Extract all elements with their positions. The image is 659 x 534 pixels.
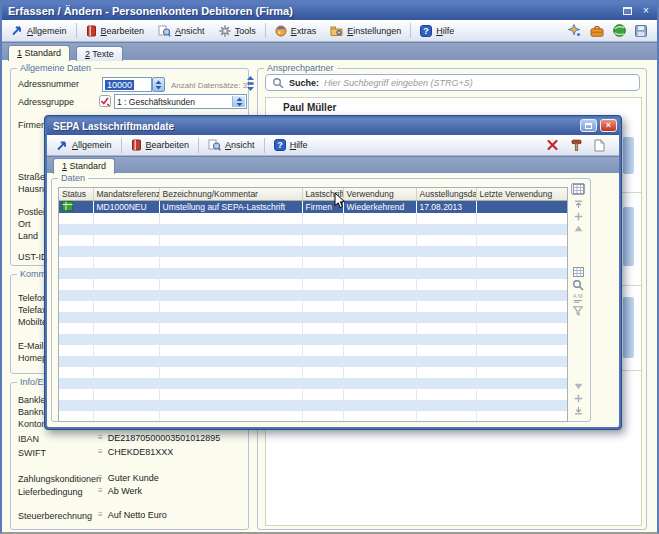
tri-down-icon — [574, 383, 583, 390]
empty-row[interactable] — [59, 400, 567, 411]
zahlungskonditionen-label: Zahlungskonditionen — [18, 474, 101, 484]
adressgruppe-label: Adressgruppe — [18, 97, 74, 107]
modal-menu-allgemein[interactable]: Allgemein — [49, 136, 119, 154]
modal-menu-ansicht[interactable]: Ansicht — [201, 136, 262, 154]
empty-row[interactable] — [59, 411, 567, 422]
empty-row[interactable] — [59, 301, 567, 312]
modal-menu-hilfe[interactable]: ?Hilfe — [267, 136, 315, 154]
menu-extras[interactable]: Extras — [268, 22, 324, 40]
tab-standard[interactable]: 1 Standard — [8, 45, 70, 61]
menu-allgemein[interactable]: Allgemein — [4, 22, 74, 40]
filter-button[interactable] — [571, 305, 585, 317]
group-daten: Daten StatusMandatsreferenzBezeichnung/K… — [51, 178, 591, 422]
globe-icon[interactable] — [613, 24, 626, 37]
tools-icon — [219, 25, 231, 37]
empty-row[interactable] — [59, 235, 567, 246]
list-bullet-icon: ≡ — [98, 511, 103, 519]
column-header[interactable]: Verwendung — [343, 188, 416, 201]
cell-verwendung: Wiederkehrend — [343, 201, 416, 214]
check-icon[interactable] — [99, 95, 111, 107]
move-down-button[interactable] — [571, 392, 585, 404]
empty-row[interactable] — [59, 213, 567, 224]
iban-label: IBAN — [18, 434, 39, 444]
menu-label: Bearbeiten — [101, 26, 145, 36]
splitter-icon[interactable] — [246, 76, 255, 91]
mandate-table: StatusMandatsreferenzBezeichnung/Komment… — [59, 188, 568, 422]
menu-ansicht[interactable]: Ansicht — [151, 22, 212, 40]
wizard-icon[interactable] — [567, 24, 581, 37]
next-row-button[interactable] — [571, 380, 585, 392]
card-accent-bar — [623, 297, 634, 358]
column-header[interactable]: Status — [59, 188, 93, 201]
zoom-button[interactable] — [571, 279, 585, 291]
adressgruppe-spinner[interactable] — [232, 96, 245, 107]
swift-label: SWIFT — [18, 448, 46, 458]
menu-label: Einstellungen — [347, 26, 401, 36]
save-icon[interactable] — [635, 25, 647, 37]
goto-last-button[interactable] — [571, 404, 585, 416]
empty-row[interactable] — [59, 378, 567, 389]
empty-row[interactable] — [59, 389, 567, 400]
column-header[interactable]: Bezeichnung/Kommentar — [159, 188, 302, 201]
adressgruppe-combo[interactable]: 1 : Geschäftskunden — [114, 94, 247, 109]
sort-button[interactable]: AM — [571, 292, 585, 304]
magnifier-icon — [272, 77, 284, 89]
hammer-icon[interactable] — [570, 139, 583, 151]
modal-close-button[interactable]: × — [600, 119, 617, 132]
prev-row-button[interactable] — [571, 222, 585, 234]
empty-row[interactable] — [59, 323, 567, 334]
help-icon: ? — [274, 139, 286, 151]
empty-row[interactable] — [59, 367, 567, 378]
cell-bezeichnung: Umstellung auf SEPA-Lastschrift — [159, 201, 302, 214]
modal-tab-standard[interactable]: 1 Standard — [53, 158, 115, 174]
menu-label: Hilfe — [290, 140, 308, 150]
menu-separator — [76, 23, 77, 38]
empty-row[interactable] — [59, 224, 567, 235]
menu-hilfe[interactable]: ?Hilfe — [413, 22, 461, 40]
search-placeholder: Hier Suchbegriff eingeben (STRG+S) — [324, 78, 473, 88]
briefcase-icon[interactable] — [590, 25, 604, 37]
menu-einstellungen[interactable]: Einstellungen — [323, 22, 408, 40]
minimize-icon — [585, 123, 592, 129]
empty-row[interactable] — [59, 268, 567, 279]
mandate-row[interactable]: MD1000NEUUmstellung auf SEPA-Lastschrift… — [59, 201, 567, 214]
restore-button[interactable] — [620, 5, 634, 17]
menu-bearbeiten[interactable]: Bearbeiten — [79, 22, 152, 40]
card-accent-bar — [623, 137, 634, 174]
modal-menubar: Allgemein Bearbeiten Ansicht ?Hilfe — [47, 135, 619, 156]
column-header[interactable]: Ausstellungsdatum — [416, 188, 476, 201]
menu-tools[interactable]: Tools — [212, 22, 263, 40]
svg-text:M: M — [578, 293, 583, 299]
empty-row[interactable] — [59, 279, 567, 290]
main-tabband: 1 Standard 2 Texte — [2, 42, 657, 60]
empty-row[interactable] — [59, 246, 567, 257]
empty-row[interactable] — [59, 356, 567, 367]
modal-minimize-button[interactable] — [580, 119, 597, 132]
delete-x-icon[interactable] — [546, 139, 559, 151]
menu-label: Tools — [235, 26, 256, 36]
empty-row[interactable] — [59, 312, 567, 323]
group-title: Allgemeine Daten — [17, 63, 94, 73]
move-up-button[interactable] — [571, 210, 585, 222]
column-chooser-button[interactable] — [571, 183, 585, 195]
grid-view-button[interactable] — [571, 266, 585, 278]
new-doc-icon[interactable] — [594, 139, 605, 152]
mandate-table-wrapper: StatusMandatsreferenzBezeichnung/Komment… — [58, 187, 568, 422]
goto-first-button[interactable] — [571, 198, 585, 210]
menu-label: Extras — [291, 26, 317, 36]
empty-row[interactable] — [59, 334, 567, 345]
adressnummer-input[interactable]: 10000 — [102, 77, 152, 92]
modal-menu-bearbeiten[interactable]: Bearbeiten — [124, 136, 197, 154]
contact-search-input[interactable]: Suche: Hier Suchbegriff eingeben (STRG+S… — [265, 74, 640, 91]
close-button[interactable]: × — [639, 5, 653, 17]
empty-row[interactable] — [59, 345, 567, 356]
empty-row[interactable] — [59, 290, 567, 301]
modal-content: Daten StatusMandatsreferenzBezeichnung/K… — [47, 173, 619, 427]
empty-row[interactable] — [59, 257, 567, 268]
tab-texte[interactable]: 2 Texte — [76, 46, 123, 61]
column-header[interactable]: Mandatsreferenz — [93, 188, 159, 201]
column-header[interactable]: Letzte Verwendung — [476, 188, 567, 201]
svg-text:A: A — [573, 293, 577, 299]
edit-icon — [86, 25, 97, 37]
ort-label: Ort — [18, 219, 31, 229]
